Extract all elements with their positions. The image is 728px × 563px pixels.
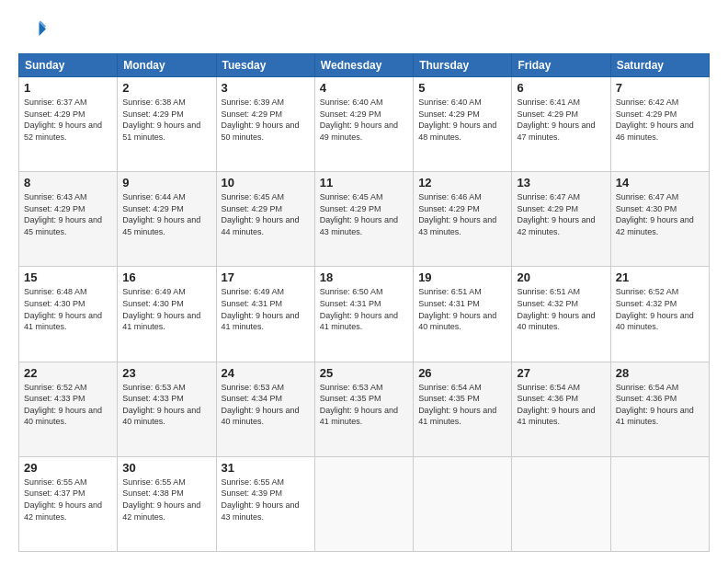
day-cell [610,456,709,551]
day-number: 6 [517,81,605,95]
day-number: 8 [24,176,112,190]
day-cell: 6Sunrise: 6:41 AMSunset: 4:29 PMDaylight… [512,77,610,172]
day-number: 5 [418,81,506,95]
day-number: 30 [122,461,210,475]
day-cell: 24Sunrise: 6:53 AMSunset: 4:34 PMDayligh… [216,362,314,456]
day-info: Sunrise: 6:51 AMSunset: 4:31 PMDaylight:… [418,287,496,331]
day-cell: 26Sunrise: 6:54 AMSunset: 4:35 PMDayligh… [414,362,512,456]
day-cell: 9Sunrise: 6:44 AMSunset: 4:29 PMDaylight… [118,172,216,267]
day-cell: 4Sunrise: 6:40 AMSunset: 4:29 PMDaylight… [314,77,413,172]
day-cell: 31Sunrise: 6:55 AMSunset: 4:39 PMDayligh… [216,456,314,551]
day-cell: 29Sunrise: 6:55 AMSunset: 4:37 PMDayligh… [19,456,118,551]
day-cell: 20Sunrise: 6:51 AMSunset: 4:32 PMDayligh… [512,267,610,362]
day-info: Sunrise: 6:49 AMSunset: 4:31 PMDaylight:… [222,287,300,331]
week-row-1: 1Sunrise: 6:37 AMSunset: 4:29 PMDaylight… [19,77,710,172]
day-cell: 18Sunrise: 6:50 AMSunset: 4:31 PMDayligh… [314,267,413,362]
day-info: Sunrise: 6:54 AMSunset: 4:35 PMDaylight:… [418,383,496,427]
day-number: 17 [222,270,310,284]
day-info: Sunrise: 6:53 AMSunset: 4:35 PMDaylight:… [320,383,398,427]
day-cell: 11Sunrise: 6:45 AMSunset: 4:29 PMDayligh… [314,172,413,267]
day-cell: 19Sunrise: 6:51 AMSunset: 4:31 PMDayligh… [414,267,512,362]
day-number: 16 [122,270,210,284]
day-cell [512,456,610,551]
day-info: Sunrise: 6:43 AMSunset: 4:29 PMDaylight:… [24,192,102,236]
day-cell [314,456,413,551]
day-info: Sunrise: 6:55 AMSunset: 4:39 PMDaylight:… [222,477,300,522]
day-info: Sunrise: 6:40 AMSunset: 4:29 PMDaylight:… [320,98,398,142]
week-row-5: 29Sunrise: 6:55 AMSunset: 4:37 PMDayligh… [19,456,710,551]
day-cell: 28Sunrise: 6:54 AMSunset: 4:36 PMDayligh… [610,362,709,456]
day-info: Sunrise: 6:53 AMSunset: 4:33 PMDaylight:… [122,383,200,427]
weekday-header-saturday: Saturday [610,54,709,77]
day-info: Sunrise: 6:45 AMSunset: 4:29 PMDaylight:… [320,192,398,236]
header [18,17,710,44]
day-info: Sunrise: 6:51 AMSunset: 4:32 PMDaylight:… [517,287,595,331]
day-info: Sunrise: 6:39 AMSunset: 4:29 PMDaylight:… [222,98,300,142]
day-info: Sunrise: 6:37 AMSunset: 4:29 PMDaylight:… [24,98,102,142]
weekday-header-thursday: Thursday [414,54,512,77]
day-info: Sunrise: 6:49 AMSunset: 4:30 PMDaylight:… [122,287,200,331]
weekday-header-tuesday: Tuesday [216,54,314,77]
day-cell: 14Sunrise: 6:47 AMSunset: 4:30 PMDayligh… [610,172,709,267]
day-number: 18 [320,270,408,284]
day-cell: 17Sunrise: 6:49 AMSunset: 4:31 PMDayligh… [216,267,314,362]
day-cell: 27Sunrise: 6:54 AMSunset: 4:36 PMDayligh… [512,362,610,456]
day-number: 27 [517,366,605,380]
week-row-4: 22Sunrise: 6:52 AMSunset: 4:33 PMDayligh… [19,362,710,456]
day-number: 3 [222,81,310,95]
day-info: Sunrise: 6:52 AMSunset: 4:32 PMDaylight:… [616,287,694,331]
day-number: 23 [122,366,210,380]
day-cell [414,456,512,551]
day-cell: 30Sunrise: 6:55 AMSunset: 4:38 PMDayligh… [118,456,216,551]
day-number: 21 [616,270,704,284]
day-number: 19 [418,270,506,284]
weekday-header-sunday: Sunday [19,54,118,77]
day-number: 2 [122,81,210,95]
day-cell: 7Sunrise: 6:42 AMSunset: 4:29 PMDaylight… [610,77,709,172]
day-number: 13 [517,176,605,190]
day-number: 29 [24,461,112,475]
day-cell: 13Sunrise: 6:47 AMSunset: 4:29 PMDayligh… [512,172,610,267]
day-info: Sunrise: 6:48 AMSunset: 4:30 PMDaylight:… [24,287,102,331]
day-info: Sunrise: 6:53 AMSunset: 4:34 PMDaylight:… [222,383,300,427]
day-number: 12 [418,176,506,190]
day-cell: 3Sunrise: 6:39 AMSunset: 4:29 PMDaylight… [216,77,314,172]
day-info: Sunrise: 6:55 AMSunset: 4:37 PMDaylight:… [24,477,102,522]
day-cell: 8Sunrise: 6:43 AMSunset: 4:29 PMDaylight… [19,172,118,267]
day-cell: 10Sunrise: 6:45 AMSunset: 4:29 PMDayligh… [216,172,314,267]
day-cell: 16Sunrise: 6:49 AMSunset: 4:30 PMDayligh… [118,267,216,362]
logo-icon [18,17,46,44]
page: SundayMondayTuesdayWednesdayThursdayFrid… [0,0,728,563]
week-row-2: 8Sunrise: 6:43 AMSunset: 4:29 PMDaylight… [19,172,710,267]
day-number: 1 [24,81,112,95]
day-number: 20 [517,270,605,284]
day-info: Sunrise: 6:46 AMSunset: 4:29 PMDaylight:… [418,192,496,236]
day-info: Sunrise: 6:41 AMSunset: 4:29 PMDaylight:… [517,98,595,142]
day-number: 11 [320,176,408,190]
day-info: Sunrise: 6:52 AMSunset: 4:33 PMDaylight:… [24,383,102,427]
day-cell: 15Sunrise: 6:48 AMSunset: 4:30 PMDayligh… [19,267,118,362]
week-row-3: 15Sunrise: 6:48 AMSunset: 4:30 PMDayligh… [19,267,710,362]
day-number: 31 [222,461,310,475]
day-number: 28 [616,366,704,380]
day-info: Sunrise: 6:47 AMSunset: 4:29 PMDaylight:… [517,192,595,236]
day-number: 24 [222,366,310,380]
day-info: Sunrise: 6:50 AMSunset: 4:31 PMDaylight:… [320,287,398,331]
day-number: 10 [222,176,310,190]
weekday-header-friday: Friday [512,54,610,77]
day-info: Sunrise: 6:54 AMSunset: 4:36 PMDaylight:… [517,383,595,427]
day-number: 26 [418,366,506,380]
day-info: Sunrise: 6:40 AMSunset: 4:29 PMDaylight:… [418,98,496,142]
day-number: 22 [24,366,112,380]
day-cell: 1Sunrise: 6:37 AMSunset: 4:29 PMDaylight… [19,77,118,172]
weekday-header-monday: Monday [118,54,216,77]
logo [18,17,50,44]
day-number: 9 [122,176,210,190]
day-cell: 12Sunrise: 6:46 AMSunset: 4:29 PMDayligh… [414,172,512,267]
day-number: 7 [616,81,704,95]
day-cell: 23Sunrise: 6:53 AMSunset: 4:33 PMDayligh… [118,362,216,456]
day-info: Sunrise: 6:47 AMSunset: 4:30 PMDaylight:… [616,192,694,236]
day-info: Sunrise: 6:44 AMSunset: 4:29 PMDaylight:… [122,192,200,236]
day-cell: 22Sunrise: 6:52 AMSunset: 4:33 PMDayligh… [19,362,118,456]
calendar-table: SundayMondayTuesdayWednesdayThursdayFrid… [18,53,710,552]
